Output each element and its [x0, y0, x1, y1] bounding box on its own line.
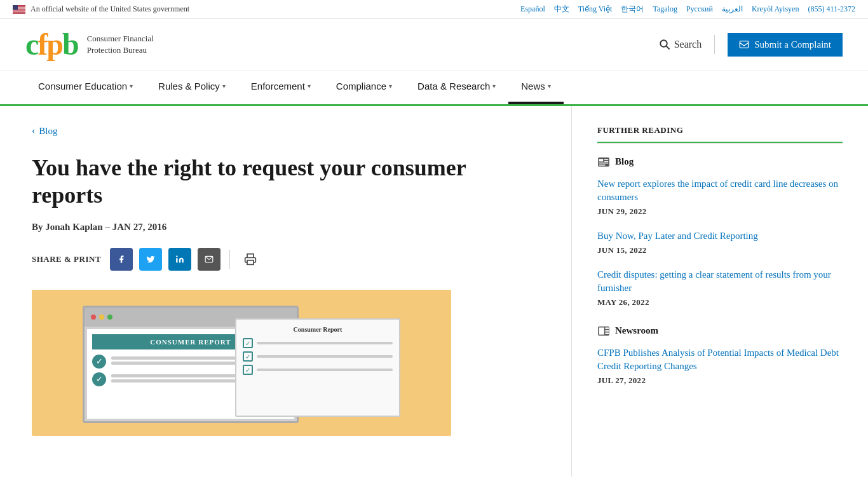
svg-rect-7: [13, 10, 25, 10]
dot-yellow: [99, 315, 104, 320]
main-container: ‹ Blog You have the right to request you…: [0, 106, 868, 477]
nav-item-news: News ▾: [508, 71, 564, 104]
twitter-icon: [146, 255, 155, 264]
svg-rect-16: [740, 41, 748, 48]
complaint-button[interactable]: Submit a Complaint: [728, 33, 843, 57]
back-arrow-icon: ‹: [32, 125, 35, 137]
svg-line-15: [666, 46, 669, 50]
share-label: SHARE & PRINT: [32, 254, 101, 264]
sidebar-article-2: Buy Now, Pay Later and Credit Reporting …: [597, 229, 843, 255]
header-actions: Search Submit a Complaint: [659, 33, 843, 57]
nav-link-enforcement[interactable]: Enforcement ▾: [238, 71, 323, 102]
chevron-down-icon: ▾: [130, 83, 133, 90]
consumer-report-illustration: CONSUMER REPORT ✓ ✓: [64, 299, 419, 426]
dot-red: [91, 315, 96, 320]
check-icon-2: ✓: [92, 372, 106, 386]
print-button[interactable]: [239, 248, 262, 271]
svg-rect-28: [599, 327, 604, 334]
sidebar-article-link-4[interactable]: CFPB Publishes Analysis of Potential Imp…: [597, 346, 843, 373]
svg-rect-22: [599, 159, 603, 161]
doc-row-3: ✓: [243, 365, 393, 375]
dot-green: [107, 315, 112, 320]
email-share-button[interactable]: [198, 248, 220, 271]
svg-rect-30: [605, 330, 609, 331]
lang-tagalog[interactable]: Tagalog: [653, 4, 677, 14]
sidebar: FURTHER READING Blog New report explores…: [572, 106, 868, 477]
svg-rect-12: [13, 13, 25, 13]
us-flag-icon: [13, 5, 25, 14]
doc-line: [257, 342, 393, 344]
svg-rect-20: [247, 261, 254, 265]
nav-link-rules-policy[interactable]: Rules & Policy ▾: [146, 71, 238, 102]
nav-link-data-research[interactable]: Data & Research ▾: [405, 71, 508, 102]
svg-rect-31: [605, 332, 609, 334]
svg-rect-10: [13, 11, 25, 12]
chevron-down-icon: ▾: [548, 83, 551, 90]
lang-chinese[interactable]: 中文: [554, 4, 569, 15]
svg-rect-11: [13, 12, 25, 13]
phone-link[interactable]: (855) 411-2372: [808, 4, 855, 14]
blog-icon: [597, 157, 610, 167]
nav-item-compliance: Compliance ▾: [323, 71, 405, 104]
newsroom-category-label: Newsroom: [615, 325, 658, 336]
article-meta: By Jonah Kaplan – JAN 27, 2016: [32, 222, 539, 233]
lang-korean[interactable]: 한국어: [621, 4, 644, 15]
official-notice: An official website of the United States…: [13, 4, 189, 14]
chevron-down-icon: ▾: [222, 83, 226, 90]
svg-rect-23: [604, 159, 608, 160]
article-image: CONSUMER REPORT ✓ ✓: [32, 290, 451, 436]
logo-text: Consumer Financial Protection Bureau: [87, 33, 154, 56]
breadcrumb: ‹ Blog: [32, 125, 539, 137]
logo-b: b: [62, 27, 78, 61]
doc-title: Consumer Report: [243, 326, 393, 333]
nav-link-consumer-education[interactable]: Consumer Education ▾: [25, 71, 146, 102]
svg-rect-25: [599, 162, 608, 163]
top-bar: An official website of the United States…: [0, 0, 868, 19]
svg-rect-8: [13, 10, 25, 11]
sidebar-date-2: JUN 15, 2022: [597, 245, 843, 255]
nav-link-news[interactable]: News ▾: [508, 71, 564, 104]
share-row: SHARE & PRINT: [32, 248, 539, 271]
twitter-share-button[interactable]: [139, 248, 162, 271]
cr-line: [111, 362, 236, 365]
svg-point-18: [176, 256, 177, 257]
nav-link-compliance[interactable]: Compliance ▾: [323, 71, 405, 102]
check-icon-1: ✓: [92, 355, 106, 369]
chevron-down-icon: ▾: [492, 83, 496, 90]
sidebar-category-blog: Blog: [597, 156, 843, 167]
header-divider: [714, 35, 715, 54]
sidebar-category-newsroom: Newsroom: [597, 325, 843, 336]
sidebar-article-link-3[interactable]: Credit disputes: getting a clear stateme…: [597, 268, 843, 295]
breadcrumb-link[interactable]: Blog: [39, 126, 57, 137]
lang-russian[interactable]: Русский: [686, 4, 713, 14]
language-links: Español 中文 Tiếng Việt 한국어 Tagalog Русски…: [520, 4, 855, 15]
doc-row-1: ✓: [243, 338, 393, 348]
svg-rect-24: [604, 161, 608, 162]
linkedin-share-button[interactable]: [168, 248, 191, 271]
article-author: By Jonah Kaplan: [32, 222, 103, 232]
logo[interactable]: cfpb Consumer Financial Protection Burea…: [25, 29, 154, 60]
lang-arabic[interactable]: العربية: [722, 4, 743, 14]
sidebar-article-1: New report explores the impact of credit…: [597, 177, 843, 217]
sidebar-date-3: MAY 26, 2022: [597, 297, 843, 308]
sidebar-date-1: JUN 29, 2022: [597, 207, 843, 217]
lang-vietnamese[interactable]: Tiếng Việt: [578, 4, 613, 14]
svg-rect-26: [599, 165, 606, 166]
logo-p: p: [46, 27, 62, 61]
nav-item-enforcement: Enforcement ▾: [238, 71, 323, 104]
lang-espanol[interactable]: Español: [520, 4, 545, 14]
sidebar-date-4: JUL 27, 2022: [597, 376, 843, 386]
official-text: An official website of the United States…: [31, 4, 189, 14]
nav-item-consumer-education: Consumer Education ▾: [25, 71, 146, 104]
lang-creole[interactable]: Kreyòl Ayisyen: [752, 4, 799, 14]
blog-category-label: Blog: [615, 156, 634, 167]
logo-c: c: [25, 27, 37, 61]
search-label: Search: [674, 39, 702, 50]
article-title: You have the right to request your consu…: [32, 154, 515, 209]
chevron-down-icon: ▾: [308, 83, 311, 90]
sidebar-article-link-2[interactable]: Buy Now, Pay Later and Credit Reporting: [597, 229, 843, 243]
facebook-share-button[interactable]: [110, 248, 133, 271]
search-button[interactable]: Search: [659, 39, 702, 50]
main-navigation: Consumer Education ▾ Rules & Policy ▾ En…: [0, 71, 868, 106]
sidebar-article-link-1[interactable]: New report explores the impact of credit…: [597, 177, 843, 204]
